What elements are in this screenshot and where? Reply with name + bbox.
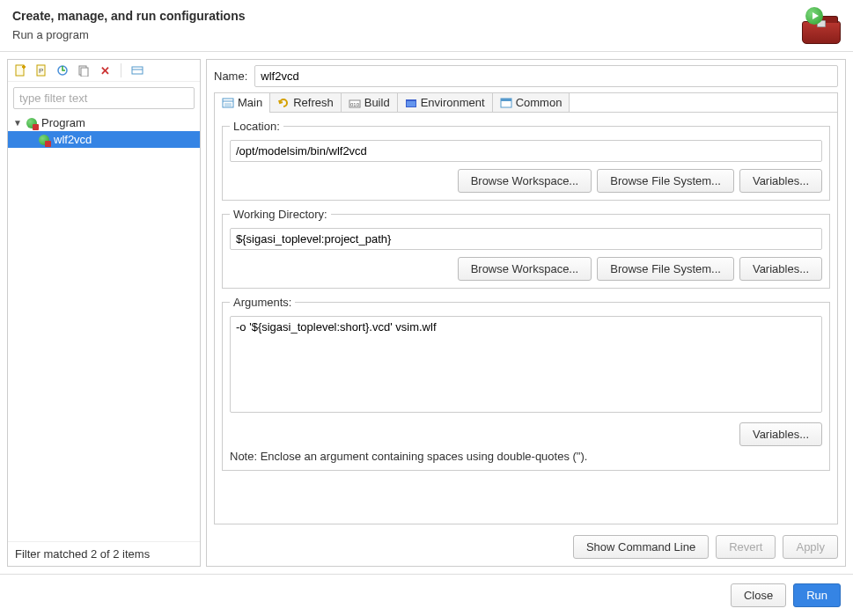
svg-rect-7	[81, 68, 88, 77]
svg-text:P: P	[39, 67, 43, 75]
build-tab-icon: 010	[349, 97, 361, 109]
program-item-icon	[38, 134, 50, 146]
refresh-tab-icon	[277, 97, 290, 109]
tree-item-label: wlf2vcd	[54, 133, 92, 146]
svg-rect-19	[501, 99, 511, 101]
variables-button[interactable]: Variables...	[739, 422, 822, 446]
name-row: Name:	[207, 60, 845, 92]
tab-label: Main	[238, 96, 262, 109]
close-button[interactable]: Close	[731, 583, 786, 607]
copy-icon[interactable]	[77, 63, 91, 77]
sidebar-toolbar: P ✕	[8, 60, 200, 82]
apply-button[interactable]: Apply	[783, 535, 838, 559]
tab-refresh[interactable]: Refresh	[270, 93, 342, 112]
environment-tab-icon	[405, 97, 417, 109]
dialog-title: Create, manage, and run configurations	[12, 9, 246, 23]
filter-input[interactable]	[13, 87, 195, 109]
tab-common[interactable]: Common	[493, 93, 570, 112]
tab-environment[interactable]: Environment	[398, 93, 493, 112]
workdir-input[interactable]	[230, 228, 822, 250]
args-buttons: Variables...	[230, 422, 822, 446]
tree-category-label: Program	[41, 116, 85, 129]
browse-filesystem-button[interactable]: Browse File System...	[597, 169, 734, 193]
browse-workspace-button[interactable]: Browse Workspace...	[458, 257, 592, 281]
tab-main[interactable]: Main	[215, 93, 270, 112]
location-input[interactable]	[230, 140, 822, 162]
browse-filesystem-button[interactable]: Browse File System...	[597, 257, 734, 281]
expand-toggle-icon[interactable]: ▼	[13, 118, 22, 128]
svg-text:010: 010	[350, 102, 360, 107]
tab-build[interactable]: 010 Build	[342, 93, 398, 112]
main-action-row: Show Command Line Revert Apply	[207, 532, 845, 566]
workdir-buttons: Browse Workspace... Browse File System..…	[230, 257, 822, 281]
dialog-subtitle: Run a program	[12, 28, 246, 41]
tab-label: Build	[364, 96, 390, 109]
workdir-legend: Working Directory:	[230, 208, 331, 221]
new-config-icon[interactable]	[13, 63, 27, 77]
svg-rect-17	[407, 101, 415, 106]
tab-label: Environment	[421, 96, 485, 109]
tree-category-program[interactable]: ▼ Program	[8, 114, 200, 131]
tree-item-wlf2vcd[interactable]: wlf2vcd	[8, 131, 200, 148]
filter-wrap	[8, 82, 200, 114]
config-tree[interactable]: ▼ Program wlf2vcd	[8, 114, 200, 541]
location-group: Location: Browse Workspace... Browse Fil…	[222, 120, 830, 201]
location-buttons: Browse Workspace... Browse File System..…	[230, 169, 822, 193]
export-icon[interactable]	[55, 63, 70, 77]
variables-button[interactable]: Variables...	[739, 169, 822, 193]
main-tab-icon	[222, 97, 234, 109]
main-panel: Name: Main Refresh 010 Build Environment	[206, 59, 846, 567]
dialog-body: P ✕ ▼ Program wlf2vcd	[0, 52, 853, 574]
filter-status: Filter matched 2 of 2 items	[8, 541, 200, 566]
tabbar: Main Refresh 010 Build Environment Commo…	[214, 92, 838, 112]
collapse-all-icon[interactable]	[130, 63, 144, 77]
run-toolbox-icon	[793, 9, 841, 44]
program-category-icon	[26, 117, 38, 129]
name-label: Name:	[214, 70, 247, 83]
toolbar-separator	[121, 63, 121, 77]
run-button[interactable]: Run	[793, 583, 841, 607]
header-text: Create, manage, and run configurations R…	[12, 9, 246, 41]
location-legend: Location:	[230, 120, 283, 133]
variables-button[interactable]: Variables...	[739, 257, 822, 281]
svg-rect-8	[132, 67, 143, 74]
workdir-group: Working Directory: Browse Workspace... B…	[222, 208, 830, 289]
args-group: Arguments: -o '${sigasi_toplevel:short}.…	[222, 296, 830, 471]
args-legend: Arguments:	[230, 296, 295, 309]
common-tab-icon	[500, 97, 512, 109]
name-input[interactable]	[254, 65, 838, 87]
sidebar: P ✕ ▼ Program wlf2vcd	[7, 59, 201, 567]
delete-icon[interactable]: ✕	[98, 63, 112, 77]
new-prototype-icon[interactable]: P	[34, 63, 48, 77]
dialog-footer: Close Run	[0, 574, 853, 616]
args-note: Note: Enclose an argument containing spa…	[230, 450, 822, 463]
tab-label: Common	[516, 96, 563, 109]
browse-workspace-button[interactable]: Browse Workspace...	[458, 169, 592, 193]
revert-button[interactable]: Revert	[716, 535, 776, 559]
show-command-line-button[interactable]: Show Command Line	[573, 535, 709, 559]
dialog-header: Create, manage, and run configurations R…	[0, 0, 853, 52]
tab-main-page: Location: Browse Workspace... Browse Fil…	[214, 112, 838, 524]
args-input[interactable]: -o '${sigasi_toplevel:short}.vcd' vsim.w…	[230, 316, 822, 413]
tab-label: Refresh	[293, 96, 334, 109]
